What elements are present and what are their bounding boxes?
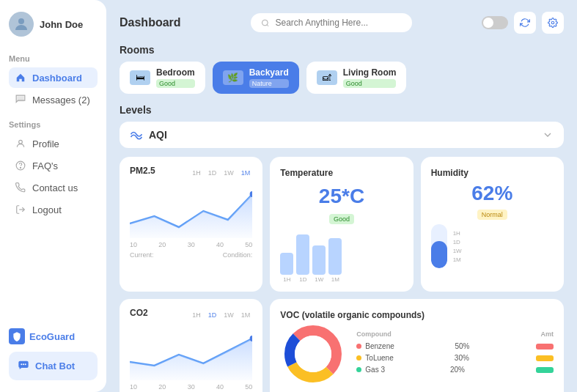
voc-legend: Compound Amt Benzene 50% <box>356 330 554 377</box>
toluene-pct: 30% <box>455 354 469 362</box>
topbar-actions <box>482 12 564 34</box>
bedroom-icon: 🛏 <box>130 70 150 85</box>
temperature-card: Temperature 25*C Good 1H 1D 1W <box>270 157 413 292</box>
refresh-button[interactable] <box>514 12 536 34</box>
gas3-pct: 20% <box>450 366 465 374</box>
temp-bar-1w: 1W <box>312 245 326 283</box>
temp-bar-1h: 1H <box>280 253 293 283</box>
search-bar[interactable] <box>251 13 412 32</box>
gas3-dot <box>356 367 361 372</box>
svg-point-3 <box>20 167 21 168</box>
bedroom-info: Bedroom Good <box>156 67 195 88</box>
messages-icon <box>15 94 26 106</box>
room-card-livingroom[interactable]: 🛋 Living Room Good <box>306 62 407 94</box>
sidebar-item-messages[interactable]: Messages (2) <box>9 89 98 110</box>
voc-title: VOC (volatile organic compounds) <box>280 310 425 320</box>
backyard-badge: Nature <box>249 79 289 88</box>
settings-label: Settings <box>9 120 98 129</box>
sidebar-item-dashboard[interactable]: Dashboard <box>9 67 98 88</box>
pm25-time-filters: 1H 1D 1W 1M <box>190 169 252 177</box>
svg-point-16 <box>295 336 331 372</box>
voc-legend-header: Compound Amt <box>356 330 554 338</box>
dashboard-label: Dashboard <box>32 73 82 84</box>
toggle-switch[interactable] <box>482 16 508 29</box>
temp-bar-1d: 1D <box>296 234 309 283</box>
co2-time-filters: 1H 1D 1W 1M <box>190 311 252 319</box>
humidity-card: Humidity 62% Normal 1H 1D 1W 1M <box>421 157 564 292</box>
co2-x-labels: 1020304050 <box>130 383 252 391</box>
humidity-badge: Normal <box>477 210 507 220</box>
temp-bar-1m-bar <box>328 238 342 275</box>
livingroom-badge: Good <box>343 79 397 88</box>
humidity-fill <box>431 241 447 268</box>
voc-inner: Compound Amt Benzene 50% <box>280 321 554 387</box>
co2-filter-1w[interactable]: 1W <box>221 311 236 319</box>
pm25-card: PM2.5 1H 1D 1W 1M <box>120 157 262 292</box>
humidity-timeline: 1H 1D 1W 1M <box>453 230 462 263</box>
humidity-title: Humidity <box>431 168 468 178</box>
logout-label: Logout <box>32 204 62 215</box>
avatar <box>9 12 34 37</box>
backyard-info: Backyard Nature <box>249 67 289 88</box>
faq-icon <box>15 160 26 171</box>
co2-chart <box>130 325 252 380</box>
svg-point-9 <box>262 20 268 26</box>
sidebar-item-faqs[interactable]: FAQ's <box>9 155 98 176</box>
co2-filter-1h[interactable]: 1H <box>190 311 203 319</box>
co2-card: CO2 1H 1D 1W 1M <box>120 299 262 392</box>
co2-filter-1m[interactable]: 1M <box>239 311 253 319</box>
sidebar-item-logout[interactable]: Logout <box>9 199 98 220</box>
ecoguard-icon <box>9 328 25 344</box>
room-card-bedroom[interactable]: 🛏 Bedroom Good <box>120 62 205 94</box>
user-profile: John Doe <box>9 12 98 37</box>
backyard-name: Backyard <box>249 67 289 78</box>
svg-point-1 <box>19 140 23 144</box>
livingroom-icon: 🛋 <box>317 70 337 85</box>
voc-card: VOC (volatile organic compounds) <box>270 299 564 392</box>
menu-label: Menu <box>9 54 98 63</box>
toluene-bar <box>536 355 554 361</box>
room-card-backyard[interactable]: 🌿 Backyard Nature <box>213 62 299 94</box>
pm25-chart <box>130 183 252 238</box>
sidebar: John Doe Menu Dashboard Messages (2) Set… <box>0 0 106 392</box>
svg-point-8 <box>25 363 26 365</box>
chatbot-label: Chat Bot <box>35 360 75 371</box>
aqi-dropdown[interactable]: AQI <box>120 122 564 148</box>
temp-bar-1m: 1M <box>328 238 342 283</box>
sidebar-item-contact[interactable]: Contact us <box>9 177 98 198</box>
pm25-filter-1m[interactable]: 1M <box>239 169 253 177</box>
livingroom-info: Living Room Good <box>343 67 397 88</box>
pm25-x-labels: 1020304050 <box>130 241 252 248</box>
pm25-filter-1w[interactable]: 1W <box>221 169 236 177</box>
topbar: Dashboard <box>120 12 564 34</box>
settings-button[interactable] <box>542 12 564 34</box>
temp-bar-1h-bar <box>280 253 293 275</box>
temp-bar-1w-bar <box>312 245 326 275</box>
temp-bar-1d-bar <box>296 234 309 275</box>
search-input[interactable] <box>275 18 401 28</box>
metrics-grid: PM2.5 1H 1D 1W 1M <box>120 157 564 392</box>
benzene-bar <box>536 344 554 350</box>
svg-point-0 <box>18 18 24 24</box>
chatbot-button[interactable]: Chat Bot <box>9 352 98 380</box>
contact-icon <box>15 182 26 193</box>
co2-filter-1d[interactable]: 1D <box>206 311 219 319</box>
co2-title: CO2 <box>130 308 148 318</box>
rooms-row: 🛏 Bedroom Good 🌿 Backyard Nature 🛋 Livin… <box>120 62 564 94</box>
gas3-bar <box>536 367 554 373</box>
donut-chart <box>280 321 346 387</box>
toluene-dot <box>356 355 361 360</box>
profile-icon <box>15 138 26 149</box>
bedroom-name: Bedroom <box>156 67 195 78</box>
pm25-filter-1d[interactable]: 1D <box>206 169 219 177</box>
chevron-down-icon <box>542 129 554 141</box>
levels-title: Levels <box>120 104 564 116</box>
temp-timeline: 1H 1D 1W 1M <box>280 234 403 283</box>
pm25-filter-1h[interactable]: 1H <box>190 169 203 177</box>
pm25-title: PM2.5 <box>130 166 155 176</box>
temp-badge: Good <box>329 214 354 224</box>
username: John Doe <box>40 19 83 30</box>
svg-point-10 <box>551 21 554 24</box>
contact-label: Contact us <box>32 182 78 193</box>
sidebar-item-profile[interactable]: Profile <box>9 133 98 154</box>
